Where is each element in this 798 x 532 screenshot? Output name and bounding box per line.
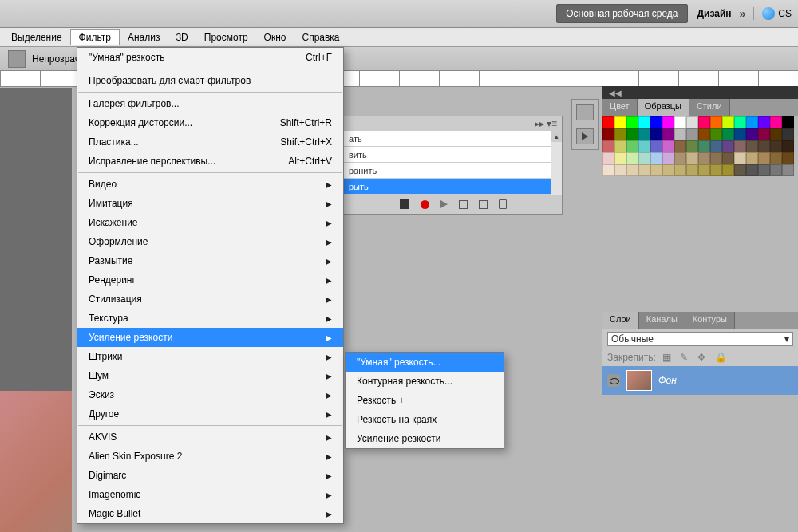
design-label[interactable]: Дизайн: [697, 8, 732, 19]
swatch[interactable]: [602, 152, 614, 164]
swatch[interactable]: [698, 164, 710, 176]
visibility-icon[interactable]: [607, 374, 620, 387]
actions-icon[interactable]: [576, 128, 594, 144]
menu-pixelate[interactable]: Оформление▶: [77, 232, 343, 251]
menu-other[interactable]: Другое▶: [77, 404, 343, 424]
swatch[interactable]: [674, 152, 686, 164]
menu-liquify[interactable]: Пластика...Shift+Ctrl+X: [77, 132, 343, 152]
swatch[interactable]: [602, 128, 614, 140]
document-canvas[interactable]: [0, 88, 72, 532]
swatch[interactable]: [734, 128, 746, 140]
swatch[interactable]: [686, 164, 698, 176]
menu-help[interactable]: Справка: [294, 30, 347, 45]
swatch[interactable]: [650, 128, 662, 140]
swatch[interactable]: [662, 140, 674, 152]
lock-all-icon[interactable]: 🔒: [715, 352, 726, 363]
swatch[interactable]: [674, 140, 686, 152]
swatch[interactable]: [722, 164, 734, 176]
swatch[interactable]: [734, 116, 746, 128]
tab-color[interactable]: Цвет: [602, 99, 638, 116]
swatch[interactable]: [602, 116, 614, 128]
new-set-icon[interactable]: [459, 200, 468, 209]
swatch[interactable]: [722, 128, 734, 140]
swatch[interactable]: [650, 116, 662, 128]
menu-stylize[interactable]: Стилизация▶: [77, 290, 343, 309]
menu-3d[interactable]: 3D: [168, 30, 196, 45]
stop-icon[interactable]: [400, 199, 409, 209]
collapsed-dock[interactable]: [571, 99, 598, 150]
menu-imagenomic[interactable]: Imagenomic▶: [77, 485, 343, 504]
lock-pixels-icon[interactable]: ✎: [680, 352, 691, 363]
play-icon[interactable]: [440, 200, 448, 208]
expand-icon[interactable]: »: [740, 7, 746, 20]
menu-lens-correction[interactable]: Коррекция дисторсии...Shift+Ctrl+R: [77, 113, 343, 132]
swatch[interactable]: [698, 140, 710, 152]
swatch[interactable]: [614, 164, 626, 176]
swatch[interactable]: [734, 140, 746, 152]
swatch[interactable]: [698, 128, 710, 140]
swatch[interactable]: [626, 128, 638, 140]
tab-layers[interactable]: Слои: [602, 312, 639, 329]
lock-transparency-icon[interactable]: ▦: [662, 352, 674, 363]
swatch[interactable]: [614, 128, 626, 140]
menu-akvis[interactable]: AKVIS▶: [77, 428, 343, 447]
swatch[interactable]: [626, 152, 638, 164]
swatch[interactable]: [710, 140, 722, 152]
swatch[interactable]: [746, 152, 758, 164]
swatch[interactable]: [746, 116, 758, 128]
swatch[interactable]: [638, 164, 650, 176]
menu-selection[interactable]: Выделение: [3, 30, 70, 45]
action-row[interactable]: ать: [344, 131, 562, 147]
swatch[interactable]: [614, 140, 626, 152]
swatch[interactable]: [710, 152, 722, 164]
swatch[interactable]: [722, 116, 734, 128]
submenu-sharpen[interactable]: Усиление резкости: [346, 429, 504, 448]
swatch[interactable]: [770, 116, 782, 128]
swatch[interactable]: [782, 116, 794, 128]
menu-blur[interactable]: Размытие▶: [77, 251, 343, 270]
swatch[interactable]: [686, 116, 698, 128]
swatch[interactable]: [746, 140, 758, 152]
swatch[interactable]: [614, 116, 626, 128]
menu-texture[interactable]: Текстура▶: [77, 309, 343, 328]
swatch[interactable]: [638, 116, 650, 128]
swatch[interactable]: [746, 164, 758, 176]
trash-icon[interactable]: [499, 199, 507, 209]
submenu-sharpen-more[interactable]: Резкость +: [346, 391, 504, 410]
swatch[interactable]: [770, 140, 782, 152]
swatch[interactable]: [662, 152, 674, 164]
swatch[interactable]: [662, 164, 674, 176]
menu-filter[interactable]: Фильтр: [70, 29, 120, 45]
scroll-up-icon[interactable]: ▴: [551, 131, 562, 142]
tab-styles[interactable]: Стили: [689, 99, 730, 116]
swatch[interactable]: [758, 164, 770, 176]
swatch[interactable]: [710, 116, 722, 128]
swatch[interactable]: [734, 164, 746, 176]
swatch[interactable]: [734, 152, 746, 164]
swatch[interactable]: [698, 116, 710, 128]
tab-channels[interactable]: Каналы: [639, 312, 685, 329]
swatch[interactable]: [638, 128, 650, 140]
menu-filter-gallery[interactable]: Галерея фильтров...: [77, 94, 343, 113]
swatch[interactable]: [674, 164, 686, 176]
swatch[interactable]: [710, 164, 722, 176]
submenu-unsharp-mask[interactable]: Контурная резкость...: [346, 372, 504, 391]
history-icon[interactable]: [576, 104, 594, 120]
action-row[interactable]: рыть: [344, 179, 562, 195]
layer-row[interactable]: Фон: [602, 366, 798, 395]
swatch[interactable]: [662, 116, 674, 128]
swatch[interactable]: [782, 140, 794, 152]
swatch[interactable]: [638, 140, 650, 152]
new-action-icon[interactable]: [479, 200, 488, 209]
swatch[interactable]: [626, 140, 638, 152]
cs-badge[interactable]: CS: [753, 7, 792, 20]
swatch[interactable]: [638, 152, 650, 164]
menu-brush-strokes[interactable]: Штрихи▶: [77, 347, 343, 366]
action-row[interactable]: ранить: [344, 163, 562, 179]
swatch[interactable]: [674, 128, 686, 140]
swatch[interactable]: [770, 128, 782, 140]
submenu-smart-sharpen[interactable]: "Умная" резкость...: [346, 353, 504, 372]
menu-render[interactable]: Рендеринг▶: [77, 270, 343, 290]
swatch[interactable]: [710, 128, 722, 140]
menu-magic-bullet[interactable]: Magic Bullet▶: [77, 504, 343, 523]
